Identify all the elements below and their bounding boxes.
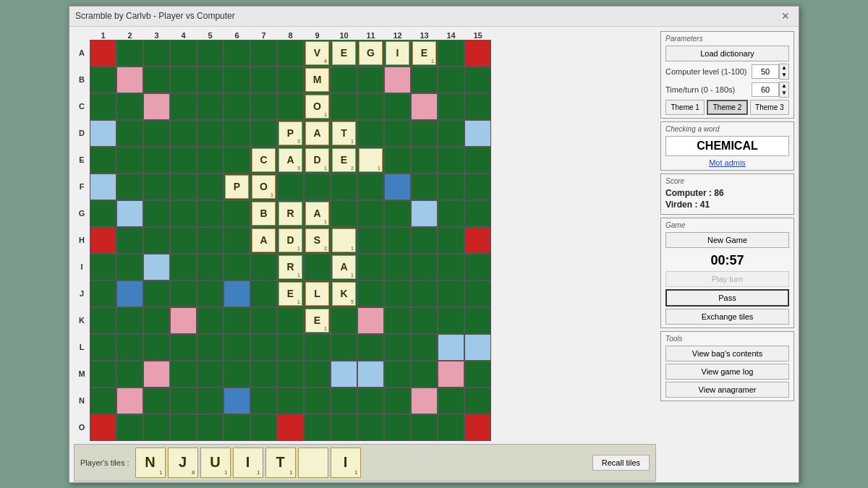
cell-A6[interactable]: [224, 40, 250, 67]
cell-O3[interactable]: [143, 414, 170, 441]
rack-tile-3[interactable]: I1: [233, 448, 263, 478]
cell-H8[interactable]: D1: [277, 227, 304, 254]
cell-G15[interactable]: [464, 200, 491, 227]
cell-D1[interactable]: [90, 120, 116, 147]
cell-O12[interactable]: [384, 414, 411, 441]
cell-O6[interactable]: [224, 414, 250, 441]
cell-B5[interactable]: [197, 67, 224, 93]
cell-B7[interactable]: [250, 67, 277, 93]
cell-A15[interactable]: [464, 40, 491, 67]
cell-I7[interactable]: [250, 254, 277, 281]
cell-B3[interactable]: [143, 67, 170, 93]
cell-L6[interactable]: [224, 334, 250, 361]
cell-L13[interactable]: [411, 334, 438, 361]
cell-C12[interactable]: [384, 93, 411, 120]
cell-A1[interactable]: [90, 40, 116, 67]
cell-J11[interactable]: [357, 281, 384, 307]
cell-K12[interactable]: [384, 307, 411, 334]
cell-H15[interactable]: [464, 227, 491, 254]
cell-A12[interactable]: I: [384, 40, 411, 67]
cell-O11[interactable]: [357, 414, 384, 441]
rack-tile-0[interactable]: N1: [135, 448, 166, 478]
cell-H9[interactable]: S2: [304, 227, 331, 254]
cell-C13[interactable]: [411, 93, 438, 120]
cell-L12[interactable]: [384, 334, 411, 361]
computer-level-down[interactable]: ▼: [780, 72, 788, 79]
cell-N14[interactable]: [438, 388, 464, 414]
cell-O10[interactable]: [331, 414, 357, 441]
cell-D13[interactable]: [411, 120, 438, 147]
cell-H3[interactable]: [143, 227, 170, 254]
cell-G3[interactable]: [143, 200, 170, 227]
cell-K3[interactable]: [143, 307, 170, 334]
rack-tile-4[interactable]: T1: [265, 448, 296, 478]
cell-C11[interactable]: [357, 93, 384, 120]
cell-J10[interactable]: K5: [331, 281, 357, 307]
theme-button-1[interactable]: Theme 1: [665, 100, 705, 115]
cell-J5[interactable]: [197, 281, 224, 307]
cell-E15[interactable]: [464, 147, 491, 174]
cell-L9[interactable]: [304, 334, 331, 361]
cell-D11[interactable]: [357, 120, 384, 147]
cell-O2[interactable]: [116, 414, 143, 441]
cell-G4[interactable]: [170, 200, 197, 227]
cell-D10[interactable]: T1: [331, 120, 357, 147]
cell-D4[interactable]: [170, 120, 197, 147]
cell-C14[interactable]: [438, 93, 464, 120]
cell-O4[interactable]: [170, 414, 197, 441]
cell-O5[interactable]: [197, 414, 224, 441]
cell-B13[interactable]: [411, 67, 438, 93]
cell-H13[interactable]: [411, 227, 438, 254]
cell-C8[interactable]: [277, 93, 304, 120]
cell-E9[interactable]: D1: [304, 147, 331, 174]
cell-G8[interactable]: R: [277, 200, 304, 227]
cell-E1[interactable]: [90, 147, 116, 174]
cell-D7[interactable]: [250, 120, 277, 147]
cell-N2[interactable]: [116, 388, 143, 414]
cell-K4[interactable]: [170, 307, 197, 334]
cell-M2[interactable]: [116, 361, 143, 388]
cell-M14[interactable]: [438, 361, 464, 388]
cell-F14[interactable]: [438, 174, 464, 200]
cell-H6[interactable]: [224, 227, 250, 254]
computer-level-up[interactable]: ▲: [780, 64, 788, 72]
view-log-button[interactable]: View game log: [665, 364, 789, 380]
cell-H5[interactable]: [197, 227, 224, 254]
cell-M7[interactable]: [250, 361, 277, 388]
cell-K6[interactable]: [224, 307, 250, 334]
cell-N4[interactable]: [170, 388, 197, 414]
theme-button-2[interactable]: Theme 2: [707, 100, 747, 115]
cell-D14[interactable]: [438, 120, 464, 147]
cell-L1[interactable]: [90, 334, 116, 361]
cell-L10[interactable]: [331, 334, 357, 361]
cell-N11[interactable]: [357, 388, 384, 414]
cell-I3[interactable]: [143, 254, 170, 281]
cell-M15[interactable]: [464, 361, 491, 388]
new-game-button[interactable]: New Game: [665, 232, 789, 248]
cell-I13[interactable]: [411, 254, 438, 281]
cell-F3[interactable]: [143, 174, 170, 200]
cell-N1[interactable]: [90, 388, 116, 414]
cell-B9[interactable]: M: [304, 67, 331, 93]
cell-G1[interactable]: [90, 200, 116, 227]
cell-J3[interactable]: [143, 281, 170, 307]
cell-N5[interactable]: [197, 388, 224, 414]
cell-M1[interactable]: [90, 361, 116, 388]
cell-J7[interactable]: [250, 281, 277, 307]
cell-A4[interactable]: [170, 40, 197, 67]
cell-A10[interactable]: E: [331, 40, 357, 67]
cell-A7[interactable]: [250, 40, 277, 67]
cell-L7[interactable]: [250, 334, 277, 361]
cell-H10[interactable]: 1: [331, 227, 357, 254]
cell-C10[interactable]: [331, 93, 357, 120]
cell-H2[interactable]: [116, 227, 143, 254]
cell-E10[interactable]: E2: [331, 147, 357, 174]
pass-button[interactable]: Pass: [665, 289, 789, 307]
cell-O13[interactable]: [411, 414, 438, 441]
cell-B10[interactable]: [331, 67, 357, 93]
cell-N6[interactable]: [224, 388, 250, 414]
cell-K10[interactable]: [331, 307, 357, 334]
cell-G6[interactable]: [224, 200, 250, 227]
cell-C6[interactable]: [224, 93, 250, 120]
cell-F1[interactable]: [90, 174, 116, 200]
